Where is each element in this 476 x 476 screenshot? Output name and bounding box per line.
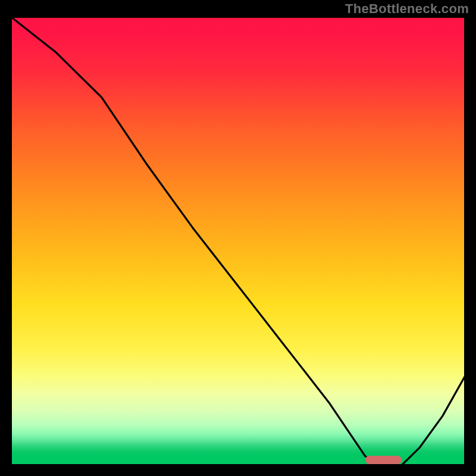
watermark-text: TheBottleneck.com	[345, 1, 469, 17]
curve-overlay	[11, 17, 465, 465]
bottleneck-curve	[11, 17, 465, 465]
optimal-marker	[365, 456, 402, 464]
plot-area	[11, 17, 465, 465]
chart-frame: TheBottleneck.com	[0, 0, 476, 476]
